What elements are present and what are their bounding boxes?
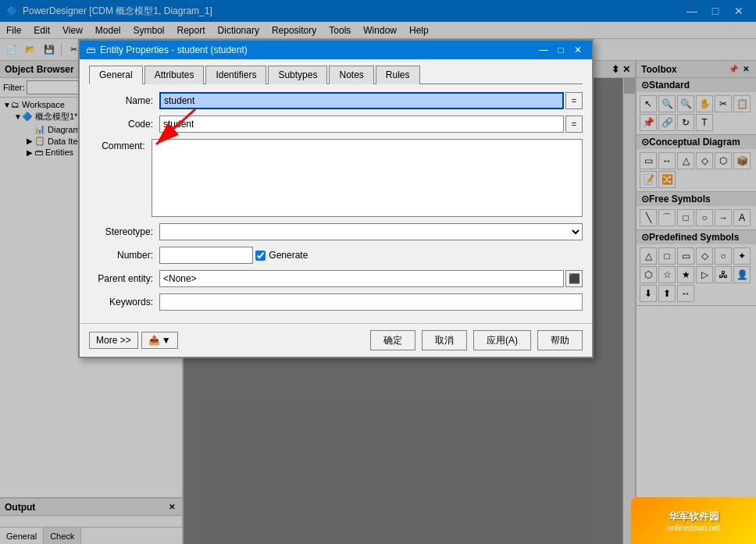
tab-subtypes[interactable]: Subtypes <box>268 66 327 84</box>
more-label: More >> <box>96 335 131 346</box>
name-input[interactable] <box>159 92 564 109</box>
modal-body: General Attributes Identifiers Subtypes … <box>80 59 592 323</box>
cancel-button[interactable]: 取消 <box>422 330 467 350</box>
keywords-label: Keywords: <box>89 297 159 308</box>
modal-title-bar: 🗃 Entity Properties - student (student) … <box>80 41 592 59</box>
modal-title: Entity Properties - student (student) <box>100 44 248 55</box>
help-button[interactable]: 帮助 <box>537 330 583 350</box>
tab-rules[interactable]: Rules <box>376 66 420 84</box>
parent-entity-browse-btn[interactable]: ⬛ <box>565 270 583 287</box>
modal-icon: 🗃 <box>86 44 95 55</box>
generate-checkbox[interactable] <box>255 251 266 261</box>
parent-entity-input[interactable] <box>159 270 564 287</box>
modal-overlay: 🗃 Entity Properties - student (student) … <box>0 0 756 544</box>
tab-general[interactable]: General <box>89 66 143 84</box>
name-row: Name: = <box>89 92 583 109</box>
modal-close-btn[interactable]: ✕ <box>570 42 586 58</box>
export-dropdown-icon: ▼ <box>162 335 171 346</box>
apply-button[interactable]: 应用(A) <box>473 330 531 350</box>
number-input[interactable] <box>159 247 253 264</box>
modal-footer: More >> 📤 ▼ 确定 取消 应用(A) 帮助 <box>80 323 592 357</box>
stereotype-row: Stereotype: <box>89 223 583 240</box>
more-button[interactable]: More >> <box>89 332 138 349</box>
tab-attributes[interactable]: Attributes <box>144 66 205 84</box>
watermark-line1: 华军软件园 <box>669 510 719 524</box>
entity-properties-dialog: 🗃 Entity Properties - student (student) … <box>78 39 594 358</box>
code-btn[interactable]: = <box>565 116 583 133</box>
name-btn[interactable]: = <box>565 92 583 109</box>
comment-row: Comment: <box>89 139 583 217</box>
modal-tabs: General Attributes Identifiers Subtypes … <box>89 66 583 84</box>
export-btn[interactable]: 📤 ▼ <box>141 332 178 349</box>
keywords-row: Keywords: <box>89 293 583 311</box>
export-icon: 📤 <box>148 335 160 346</box>
modal-title-left: 🗃 Entity Properties - student (student) <box>86 44 248 55</box>
code-input[interactable] <box>159 116 564 133</box>
stereotype-label: Stereotype: <box>89 226 159 237</box>
generate-label: Generate <box>269 250 308 261</box>
name-label: Name: <box>89 95 159 106</box>
comment-textarea[interactable] <box>152 139 583 217</box>
number-label: Number: <box>89 250 159 261</box>
parent-entity-label: Parent entity: <box>89 273 159 284</box>
footer-right: 确定 取消 应用(A) 帮助 <box>370 330 583 350</box>
watermark-line2: onlinedown.net <box>667 524 719 532</box>
stereotype-select[interactable] <box>159 223 583 240</box>
tab-identifiers[interactable]: Identifiers <box>205 66 266 84</box>
modal-title-controls: — □ ✕ <box>536 42 586 58</box>
modal-minimize-btn[interactable]: — <box>536 42 551 58</box>
confirm-button[interactable]: 确定 <box>370 330 415 350</box>
code-row: Code: = <box>89 116 583 133</box>
code-label: Code: <box>89 119 159 130</box>
footer-left: More >> 📤 ▼ <box>89 332 178 349</box>
modal-maximize-btn[interactable]: □ <box>553 42 569 58</box>
tab-notes[interactable]: Notes <box>329 66 373 84</box>
watermark: 华军软件园 onlinedown.net <box>631 497 756 544</box>
comment-label: Comment: <box>89 139 152 217</box>
number-row: Number: Generate <box>89 247 583 264</box>
parent-entity-row: Parent entity: ⬛ <box>89 270 583 287</box>
keywords-input[interactable] <box>159 293 583 311</box>
